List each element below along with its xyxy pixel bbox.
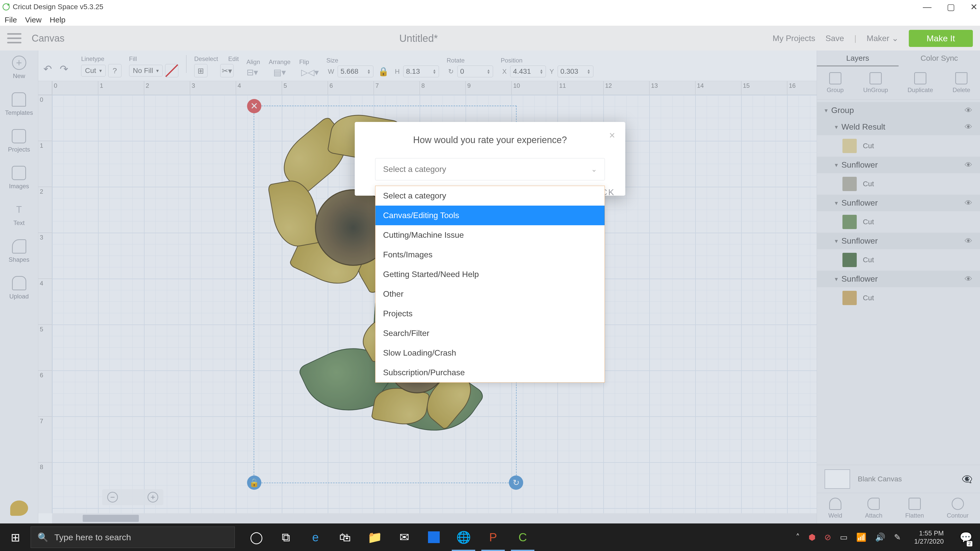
edit-dropdown[interactable]: ✂▾ [220,64,234,77]
tray-icon[interactable]: ⊘ [824,532,831,542]
dropdown-option[interactable]: Cutting/Machine Issue [375,225,605,245]
app-file-explorer[interactable]: 📁 [361,524,388,551]
dropdown-option[interactable]: Projects [375,304,605,324]
layer-sunflower[interactable]: ▾Sunflower👁 [817,157,980,173]
dropdown-option[interactable]: Search/Filter [375,324,605,343]
undo-button[interactable]: ↶ [43,63,52,75]
machine-selector[interactable]: Maker ⌄ [867,33,899,43]
sublayer-cut[interactable]: Cut [817,135,980,157]
taskbar-search[interactable]: 🔍 Type here to search [30,527,235,548]
category-select[interactable]: Select a category ⌄ [375,158,605,180]
delete-action[interactable]: Delete [953,72,970,94]
flatten-action[interactable]: Flatten [905,498,924,519]
taskbar-clock[interactable]: 1:55 PM 1/27/2020 [914,529,944,545]
text-tool[interactable]: TText [12,203,26,227]
visibility-icon[interactable]: 👁 [965,106,972,115]
layer-group[interactable]: ▾Group👁 [817,102,980,119]
delete-selection-icon[interactable]: ✕ [247,99,261,113]
zoom-in-button[interactable]: + [148,492,158,503]
flip-button[interactable]: ▷◁▾ [301,67,319,77]
close-window-button[interactable]: ✕ [970,2,977,12]
deselect-button[interactable]: ⊞ [194,64,207,77]
dropdown-option[interactable]: Fonts/Images [375,245,605,265]
sublayer-cut[interactable]: Cut [817,211,980,233]
menu-file[interactable]: File [5,16,17,24]
chat-bubble-icon[interactable] [10,500,28,516]
x-input[interactable]: 4.431▲▼ [510,65,546,77]
dropdown-option[interactable]: Getting Started/Need Help [375,265,605,284]
tray-volume-icon[interactable]: 🔊 [875,532,885,542]
app-chrome[interactable]: 🌐 [450,524,477,551]
sublayer-cut[interactable]: Cut [817,249,980,271]
contour-action[interactable]: Contour [947,498,969,519]
group-action[interactable]: Group [827,72,844,94]
tray-pen-icon[interactable]: ✎ [894,532,901,542]
dropdown-option[interactable]: Canvas/Editing Tools [375,206,605,225]
y-input[interactable]: 0.303▲▼ [558,65,593,77]
dropdown-option[interactable]: Slow Loading/Crash [375,343,605,363]
app-cricut[interactable]: C [509,524,536,551]
cortana-button[interactable]: ◯ [242,524,270,551]
attach-action[interactable]: Attach [865,498,882,519]
lock-aspect-icon[interactable]: 🔒 [375,66,391,76]
action-center-button[interactable]: 💬2 [957,524,975,551]
horizontal-scrollbar[interactable] [52,513,817,524]
visibility-off-icon[interactable]: 👁‍🗨 [962,474,972,484]
visibility-icon[interactable]: 👁 [965,237,972,245]
dropdown-option[interactable]: Select a category [375,186,605,206]
images-tool[interactable]: Images [9,166,29,190]
linetype-select[interactable]: Cut▾ [81,65,106,76]
projects-tool[interactable]: Projects [8,129,30,153]
start-button[interactable]: ⊞ [0,524,30,551]
fill-color-swatch[interactable] [165,64,178,77]
fill-select[interactable]: No Fill▾ [129,65,162,76]
save-link[interactable]: Save [825,34,844,43]
redo-button[interactable]: ↷ [60,63,68,75]
task-view-button[interactable]: ⧉ [272,524,300,551]
lock-selection-icon[interactable]: 🔒 [247,475,261,490]
hamburger-menu-button[interactable] [7,33,21,43]
sublayer-cut[interactable]: Cut [817,287,980,309]
linetype-help[interactable]: ? [108,64,121,77]
visibility-icon[interactable]: 👁 [965,199,972,207]
my-projects-link[interactable]: My Projects [773,34,815,43]
visibility-icon[interactable]: 👁 [965,123,972,131]
maximize-button[interactable]: ▢ [947,2,955,12]
shapes-tool[interactable]: Shapes [9,239,29,263]
upload-tool[interactable]: Upload [9,276,29,300]
blank-canvas-row[interactable]: Blank Canvas 👁‍🗨 [817,465,980,493]
sublayer-cut[interactable]: Cut [817,173,980,195]
arrange-button[interactable]: ▤▾ [273,67,286,77]
layer-sunflower[interactable]: ▾Sunflower👁 [817,271,980,287]
width-input[interactable]: 5.668▲▼ [338,65,373,77]
app-store[interactable]: 🛍 [331,524,359,551]
layer-weld-result[interactable]: ▾Weld Result👁 [817,119,980,135]
scrollbar-thumb[interactable] [83,515,139,522]
tab-color-sync[interactable]: Color Sync [899,51,980,66]
tray-overflow-icon[interactable]: ˄ [796,532,800,542]
rotate-input[interactable]: 0▲▼ [457,65,493,77]
menu-view[interactable]: View [25,16,41,24]
layer-sunflower[interactable]: ▾Sunflower👁 [817,233,980,249]
menu-help[interactable]: Help [50,16,65,24]
app-edge[interactable]: e [302,524,329,551]
app-generic[interactable] [428,531,440,543]
app-mail[interactable]: ✉ [390,524,418,551]
minimize-button[interactable]: ― [923,2,932,12]
zoom-out-button[interactable]: − [107,492,118,503]
modal-close-button[interactable]: × [609,130,615,141]
dropdown-option[interactable]: Subscription/Purchase [375,363,605,383]
tray-wifi-icon[interactable]: 📶 [856,532,866,542]
rotate-handle-icon[interactable]: ↻ [509,475,523,490]
make-it-button[interactable]: Make It [909,30,973,47]
layer-sunflower[interactable]: ▾Sunflower👁 [817,195,980,211]
duplicate-action[interactable]: Duplicate [907,72,933,94]
visibility-icon[interactable]: 👁 [965,161,972,169]
dropdown-option[interactable]: Other [375,284,605,304]
tray-icon[interactable]: ⬢ [808,532,816,542]
templates-tool[interactable]: Templates [5,92,33,116]
visibility-icon[interactable]: 👁 [965,275,972,283]
app-powerpoint[interactable]: P [479,524,507,551]
tab-layers[interactable]: Layers [817,51,899,66]
tray-battery-icon[interactable]: ▭ [840,532,848,542]
